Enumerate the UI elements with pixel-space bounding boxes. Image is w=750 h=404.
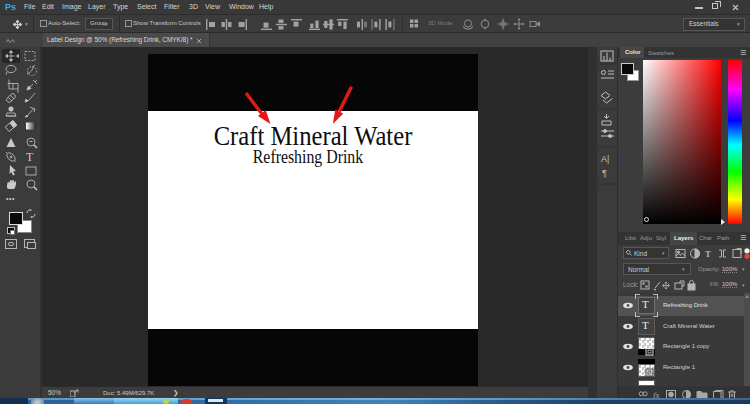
svg-text:A|: A| (601, 154, 609, 164)
svg-text:T: T (26, 150, 34, 164)
svg-text:¶: ¶ (602, 168, 607, 178)
svg-text:T: T (705, 249, 711, 259)
